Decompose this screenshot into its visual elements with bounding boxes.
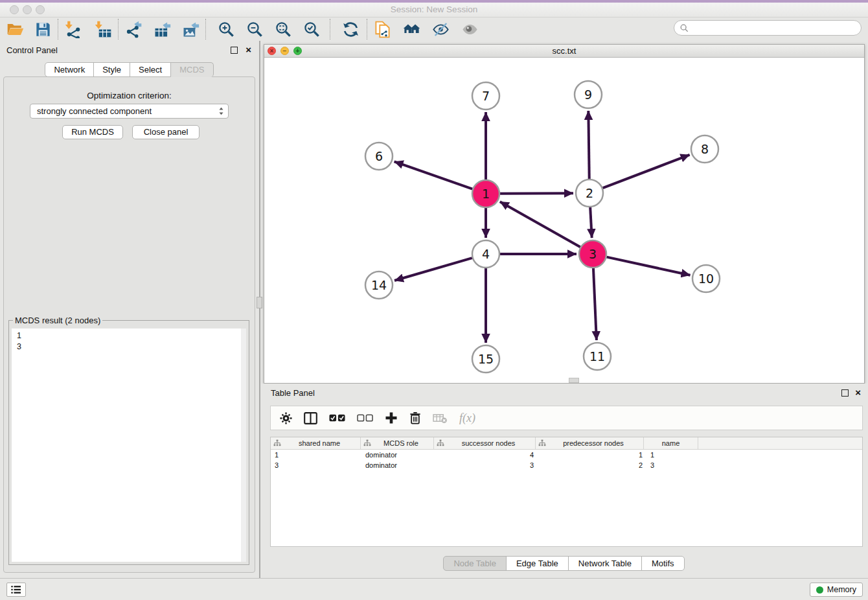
run-mcds-button[interactable]: Run MCDS — [62, 125, 123, 139]
cell-name[interactable]: 3 — [646, 460, 702, 470]
refresh-icon[interactable] — [340, 19, 361, 40]
network-canvas[interactable]: 7968124314101511 — [264, 58, 864, 383]
trash-icon[interactable] — [409, 411, 421, 424]
export-image-icon[interactable] — [180, 19, 201, 40]
table-panel-header: Table Panel × — [260, 384, 868, 402]
save-icon[interactable] — [32, 19, 53, 40]
tab-node-table[interactable]: Node Table — [443, 556, 507, 571]
table-row[interactable]: 3dominator323 — [271, 460, 862, 470]
edge-3-10[interactable] — [606, 257, 690, 275]
mcds-result-fieldset: MCDS result (2 nodes) 1 3 — [8, 320, 249, 565]
gear-icon[interactable] — [280, 412, 292, 424]
close-panel-icon[interactable]: × — [246, 44, 251, 56]
eye-hidden-icon[interactable] — [430, 19, 451, 40]
zoom-fit-icon[interactable] — [273, 19, 293, 40]
export-table-icon[interactable] — [152, 19, 172, 40]
cell-predecessor-nodes[interactable]: 1 — [538, 450, 646, 460]
zoom-selected-icon[interactable] — [301, 19, 322, 40]
column-header-successor-nodes[interactable]: successor nodes — [434, 437, 536, 449]
edge-1-2[interactable] — [500, 193, 573, 194]
toolbar-separator — [330, 19, 330, 40]
network-window-titlebar[interactable]: × − + scc.txt — [264, 45, 864, 58]
search-field[interactable] — [674, 20, 862, 36]
export-network-icon[interactable] — [123, 19, 144, 40]
node-label-9: 9 — [584, 87, 592, 102]
open-folder-icon[interactable] — [5, 19, 25, 40]
column-header-shared-name[interactable]: shared name — [271, 437, 361, 449]
cell-successor-nodes[interactable]: 3 — [435, 460, 538, 470]
control-panel-tabs: NetworkStyleSelectMCDS — [0, 62, 259, 77]
checked-boxes-icon[interactable] — [329, 414, 345, 422]
mcds-panel-body: Optimization criterion: strongly connect… — [3, 76, 255, 573]
cell-mcds-role[interactable]: dominator — [361, 460, 435, 470]
tab-select[interactable]: Select — [130, 62, 171, 77]
tab-edge-table[interactable]: Edge Table — [506, 556, 569, 571]
tab-motifs[interactable]: Motifs — [641, 556, 685, 571]
cell-predecessor-nodes[interactable]: 2 — [538, 460, 646, 470]
edge-1-6[interactable] — [394, 161, 473, 189]
control-panel-header: Control Panel × — [0, 41, 259, 59]
zoom-out-icon[interactable] — [244, 19, 265, 40]
cell-mcds-role[interactable]: dominator — [361, 450, 435, 460]
plus-icon[interactable] — [385, 411, 398, 424]
network-documents-icon[interactable] — [372, 19, 393, 40]
unchecked-boxes-icon[interactable] — [357, 414, 373, 422]
mcds-result-list[interactable]: 1 3 — [12, 329, 246, 562]
cell-shared-name[interactable]: 1 — [271, 450, 361, 460]
edge-4-14[interactable] — [394, 258, 472, 281]
table-panel: Table Panel × — [260, 384, 868, 578]
toolbar-separator — [58, 19, 58, 40]
houses-icon[interactable] — [401, 19, 422, 40]
node-label-8: 8 — [701, 142, 709, 156]
window-titlebar[interactable]: Session: New Session — [0, 3, 868, 17]
node-label-2: 2 — [586, 186, 593, 200]
node-label-1: 1 — [482, 187, 490, 201]
cell-name[interactable]: 1 — [646, 450, 702, 460]
cell-successor-nodes[interactable]: 4 — [435, 450, 538, 460]
column-header-mcds-role[interactable]: MCDS role — [361, 437, 434, 449]
node-table[interactable]: shared nameMCDS rolesuccessor nodesprede… — [270, 437, 863, 547]
optimization-criterion-label: Optimization criterion: — [4, 91, 255, 100]
eye-icon[interactable] — [459, 19, 480, 40]
zoom-in-icon[interactable] — [216, 19, 236, 40]
memory-button[interactable]: Memory — [810, 583, 863, 597]
table-row[interactable]: 1dominator411 — [271, 450, 862, 460]
memory-label: Memory — [827, 585, 856, 594]
edge-3-11[interactable] — [593, 268, 597, 340]
search-input[interactable] — [692, 23, 861, 33]
float-panel-icon[interactable] — [231, 47, 238, 54]
criterion-select[interactable]: strongly connected component — [30, 104, 229, 119]
mcds-result-scrollbar[interactable] — [241, 329, 246, 562]
node-label-4: 4 — [482, 247, 490, 261]
node-label-6: 6 — [375, 149, 383, 163]
edge-3-1[interactable] — [500, 202, 580, 247]
column-header-name[interactable]: name — [644, 437, 698, 449]
task-list-button[interactable] — [6, 583, 26, 597]
table-body: 1dominator4113dominator323 — [271, 450, 862, 470]
network-graph[interactable]: 7968124314101511 — [264, 58, 864, 383]
toolbar-separator — [367, 19, 367, 40]
edge-2-9[interactable] — [588, 111, 589, 179]
column-header-predecessor-nodes[interactable]: predecessor nodes — [536, 437, 644, 449]
float-panel-icon[interactable] — [841, 389, 849, 397]
status-bar: Memory — [0, 578, 868, 600]
hierarchy-icon — [273, 439, 281, 447]
tab-network-table[interactable]: Network Table — [568, 556, 642, 571]
edge-2-8[interactable] — [603, 155, 690, 188]
close-panel-button[interactable]: Close panel — [132, 125, 200, 139]
tab-network[interactable]: Network — [45, 62, 94, 77]
delete-table-icon — [433, 413, 448, 424]
search-icon — [680, 23, 689, 32]
import-network-icon[interactable] — [63, 19, 84, 40]
edge-2-3[interactable] — [590, 207, 592, 238]
split-columns-icon[interactable] — [304, 412, 317, 424]
horizontal-splitter-handle[interactable] — [569, 378, 579, 383]
toolbar-separator — [205, 19, 206, 40]
tab-mcds[interactable]: MCDS — [170, 62, 213, 77]
vertical-splitter-handle[interactable] — [257, 297, 262, 308]
cell-shared-name[interactable]: 3 — [271, 460, 361, 470]
import-table-icon[interactable] — [93, 19, 113, 40]
tab-style[interactable]: Style — [93, 62, 130, 77]
close-panel-icon[interactable]: × — [855, 387, 861, 398]
node-label-15: 15 — [478, 352, 494, 366]
